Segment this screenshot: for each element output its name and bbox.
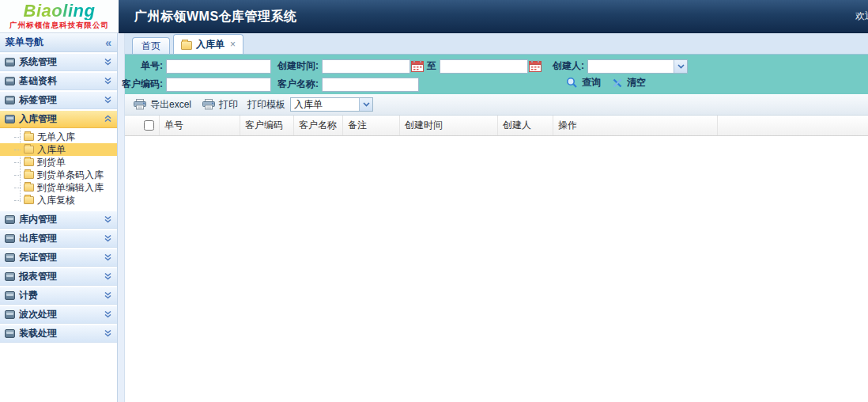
- column-header-doc-no[interactable]: 单号: [160, 116, 240, 135]
- query-button[interactable]: 查询: [566, 76, 601, 89]
- folder-icon: [5, 115, 15, 123]
- sidebar-collapse-icon[interactable]: «: [105, 37, 111, 48]
- sidebar-group-label[interactable]: 标签管理: [0, 91, 117, 109]
- sidebar-item-arrival-edit-inbound[interactable]: 到货单编辑入库: [0, 181, 117, 194]
- sidebar-group-warehouse[interactable]: 库内管理: [0, 210, 117, 229]
- company-name: 广州标领信息科技有限公司: [9, 21, 109, 31]
- app-header: 广州标领WMS仓库管理系统 欢迎: [0, 0, 868, 33]
- group-label: 系统管理: [19, 55, 57, 69]
- group-label: 基础资料: [19, 74, 57, 88]
- folder-icon: [24, 146, 34, 154]
- tab-label: 首页: [142, 40, 160, 53]
- close-icon[interactable]: ×: [230, 39, 236, 50]
- print-template-label: 打印模板: [247, 98, 285, 112]
- clear-button[interactable]: 清空: [612, 76, 646, 89]
- sidebar-group-inbound[interactable]: 入库管理: [0, 110, 117, 128]
- creator-select[interactable]: [587, 59, 688, 74]
- creator-label: 创建人:: [543, 59, 584, 73]
- folder-icon: [5, 310, 15, 319]
- folder-icon: [5, 215, 15, 224]
- column-header-create-time[interactable]: 创建时间: [400, 116, 498, 135]
- group-label: 凭证管理: [19, 251, 57, 264]
- tab-inbound-order[interactable]: 入库单 ×: [173, 34, 243, 54]
- folder-icon: [5, 253, 15, 262]
- sidebar-item-inbound-review[interactable]: 入库复核: [0, 194, 117, 207]
- group-label: 报表管理: [19, 270, 57, 283]
- tree-connector: [14, 162, 21, 163]
- customer-code-input[interactable]: [166, 78, 271, 92]
- column-header-actions[interactable]: 操作: [553, 116, 718, 135]
- customer-name-label: 客户名称:: [273, 78, 319, 91]
- sidebar-item-no-order-inbound[interactable]: 无单入库: [0, 131, 117, 143]
- chevron-down-icon: [104, 58, 112, 66]
- create-time-to-input[interactable]: [440, 59, 528, 74]
- sidebar-group-report[interactable]: 报表管理: [0, 267, 117, 286]
- group-label: 入库管理: [19, 112, 57, 126]
- chevron-down-icon: [104, 96, 112, 104]
- search-buttons: 查询 清空: [566, 76, 646, 89]
- calendar-icon[interactable]: [529, 60, 542, 72]
- sidebar-group-voucher[interactable]: 凭证管理: [0, 248, 117, 267]
- column-header-customer-code[interactable]: 客户编码: [240, 116, 294, 135]
- chevron-down-icon: [104, 77, 112, 85]
- sidebar-group-basedata[interactable]: 基础资料: [0, 72, 117, 90]
- sidebar-group-system[interactable]: 系统管理: [0, 53, 117, 71]
- wms-app: 广州标领WMS仓库管理系统 欢迎 Biaoling 广州标领信息科技有限公司 菜…: [0, 0, 868, 402]
- item-label: 到货单条码入库: [37, 169, 104, 182]
- select-all-cell: [125, 116, 160, 135]
- export-excel-button[interactable]: 导出excel: [130, 97, 194, 113]
- sidebar-group-outbound[interactable]: 出库管理: [0, 229, 117, 248]
- tab-home[interactable]: 首页: [132, 37, 170, 54]
- folder-icon: [5, 234, 15, 243]
- folder-icon: [24, 184, 34, 192]
- sidebar-menu: 菜单导航 « 系统管理 基础资料 标签管理 入库管理 无单: [0, 33, 118, 402]
- export-label: 导出excel: [150, 98, 191, 112]
- group-label: 波次处理: [19, 308, 57, 321]
- customer-code-label: 客户编码:: [128, 78, 163, 91]
- grid-toolbar: 导出excel 打印 打印模板 入库单: [125, 94, 868, 116]
- customer-name-input[interactable]: [322, 78, 419, 92]
- folder-icon: [5, 291, 15, 300]
- chevron-down-icon: [104, 234, 112, 243]
- main-panel: 首页 入库单 × 单号: 创建时间: 至 创建人:: [125, 33, 868, 402]
- folder-icon: [24, 158, 34, 166]
- print-template-select[interactable]: 入库单: [290, 97, 373, 112]
- tree-connector: [14, 137, 21, 138]
- sidebar-header: 菜单导航 «: [0, 33, 117, 52]
- sidebar-item-arrival-barcode-inbound[interactable]: 到货单条码入库: [0, 169, 117, 181]
- query-label: 查询: [582, 76, 601, 89]
- item-label: 到货单编辑入库: [37, 181, 104, 195]
- search-row-2: 客户编码: 客户名称:: [125, 76, 868, 93]
- create-time-label: 创建时间:: [273, 59, 319, 73]
- tab-label: 入库单: [196, 38, 225, 51]
- sidebar-item-inbound-order[interactable]: 入库单: [0, 143, 117, 156]
- chevron-down-icon: [104, 291, 112, 300]
- clear-icon: [612, 78, 623, 89]
- item-label: 入库复核: [37, 194, 75, 207]
- calendar-icon[interactable]: [411, 60, 424, 72]
- search-row-1: 单号: 创建时间: 至 创建人:: [125, 58, 868, 74]
- folder-icon: [5, 272, 15, 281]
- folder-icon: [5, 77, 15, 85]
- chevron-down-icon: [359, 98, 372, 111]
- column-header-remark[interactable]: 备注: [343, 116, 400, 135]
- create-time-from-input[interactable]: [322, 59, 410, 74]
- sidebar-item-arrival-order[interactable]: 到货单: [0, 156, 117, 169]
- folder-icon: [24, 171, 34, 179]
- sidebar-group-wave[interactable]: 波次处理: [0, 305, 117, 324]
- sidebar-group-loading[interactable]: 装载处理: [0, 324, 117, 343]
- doc-no-input[interactable]: [166, 59, 271, 74]
- column-header-customer-name[interactable]: 客户名称: [294, 116, 343, 135]
- folder-icon: [181, 41, 192, 50]
- tree-connector: [14, 200, 21, 201]
- column-header-creator[interactable]: 创建人: [498, 116, 553, 135]
- group-label: 库内管理: [19, 213, 57, 226]
- sidebar-group-billing[interactable]: 计费: [0, 286, 117, 305]
- tree-connector: [14, 175, 21, 176]
- column-header-filler: [718, 116, 868, 135]
- select-all-checkbox[interactable]: [144, 120, 154, 131]
- chevron-down-icon: [674, 60, 687, 73]
- doc-no-label: 单号:: [128, 59, 163, 73]
- print-template-value: 入库单: [291, 98, 359, 112]
- print-button[interactable]: 打印: [199, 97, 241, 113]
